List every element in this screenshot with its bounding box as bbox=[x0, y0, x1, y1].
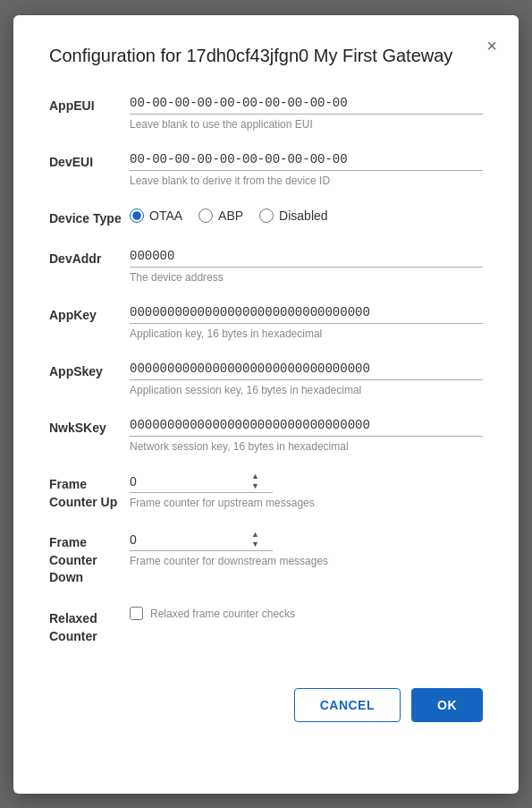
framecounter-down-increment[interactable]: ▲ bbox=[249, 530, 261, 540]
relaxed-counter-field: Relaxed frame counter checks bbox=[130, 605, 483, 620]
framecounter-up-input[interactable] bbox=[130, 471, 246, 492]
devicetype-label: Device Type bbox=[49, 205, 130, 228]
devaddr-row: DevAddr The device address bbox=[49, 245, 483, 284]
framecounter-down-wrap: ▲ ▼ bbox=[130, 529, 273, 551]
radio-disabled-input[interactable] bbox=[259, 208, 274, 223]
deveui-hint: Leave blank to derive it from the device… bbox=[130, 174, 483, 187]
radio-abp-input[interactable] bbox=[198, 208, 213, 223]
radio-abp-label: ABP bbox=[218, 208, 243, 223]
radio-disabled-label: Disabled bbox=[279, 208, 327, 223]
configuration-dialog: × Configuration for 17dh0cf43jfgn0 My Fi… bbox=[13, 15, 519, 794]
devaddr-input[interactable] bbox=[130, 245, 483, 268]
devaddr-field: The device address bbox=[130, 245, 483, 284]
radio-otaa-input[interactable] bbox=[130, 208, 144, 223]
dialog-title: Configuration for 17dh0cf43jfgn0 My Firs… bbox=[49, 44, 483, 67]
deveui-input[interactable] bbox=[130, 149, 483, 171]
nwkskey-field: Network session key, 16 bytes in hexadec… bbox=[130, 414, 483, 453]
devicetype-field: OTAA ABP Disabled bbox=[130, 205, 483, 223]
relaxed-counter-checkbox[interactable] bbox=[130, 607, 143, 620]
framecounter-up-row: Frame Counter Up ▲ ▼ Frame counter for u… bbox=[49, 471, 483, 511]
devaddr-hint: The device address bbox=[130, 271, 483, 284]
nwkskey-input[interactable] bbox=[130, 414, 483, 437]
appskey-input[interactable] bbox=[130, 358, 483, 380]
framecounter-down-decrement[interactable]: ▼ bbox=[249, 540, 261, 549]
appeui-label: AppEUI bbox=[49, 92, 130, 115]
close-button[interactable]: × bbox=[483, 33, 501, 58]
cancel-button[interactable]: CANCEL bbox=[294, 688, 401, 722]
appskey-field: Application session key, 16 bytes in hex… bbox=[130, 358, 483, 396]
relaxed-counter-row: Relaxed Counter Relaxed frame counter ch… bbox=[49, 605, 483, 645]
appkey-hint: Application key, 16 bytes in hexadecimal bbox=[130, 327, 483, 340]
framecounter-up-label: Frame Counter Up bbox=[49, 471, 130, 511]
nwkskey-row: NwkSKey Network session key, 16 bytes in… bbox=[49, 414, 483, 453]
framecounter-down-label: Frame Counter Down bbox=[49, 529, 130, 587]
nwkskey-label: NwkSKey bbox=[49, 414, 130, 438]
devicetype-radio-group: OTAA ABP Disabled bbox=[130, 205, 483, 223]
appskey-row: AppSkey Application session key, 16 byte… bbox=[49, 358, 483, 396]
radio-otaa-label: OTAA bbox=[149, 208, 182, 223]
relaxed-counter-checkbox-row: Relaxed frame counter checks bbox=[130, 605, 483, 620]
appskey-label: AppSkey bbox=[49, 358, 130, 381]
deveui-label: DevEUI bbox=[49, 149, 130, 172]
appeui-input[interactable] bbox=[130, 92, 483, 115]
framecounter-down-arrows: ▲ ▼ bbox=[249, 530, 261, 549]
deveui-row: DevEUI Leave blank to derive it from the… bbox=[49, 149, 483, 187]
devicetype-row: Device Type OTAA ABP Disabled bbox=[49, 205, 483, 228]
devaddr-label: DevAddr bbox=[49, 245, 130, 268]
framecounter-up-increment[interactable]: ▲ bbox=[249, 472, 261, 481]
deveui-field: Leave blank to derive it from the device… bbox=[130, 149, 483, 187]
appkey-label: AppKey bbox=[49, 302, 130, 325]
ok-button[interactable]: OK bbox=[411, 688, 483, 722]
radio-otaa[interactable]: OTAA bbox=[130, 208, 182, 223]
nwkskey-hint: Network session key, 16 bytes in hexadec… bbox=[130, 440, 483, 453]
appeui-row: AppEUI Leave blank to use the applicatio… bbox=[49, 92, 483, 131]
radio-disabled[interactable]: Disabled bbox=[259, 208, 327, 223]
appkey-row: AppKey Application key, 16 bytes in hexa… bbox=[49, 302, 483, 340]
dialog-footer: CANCEL OK bbox=[49, 674, 483, 722]
framecounter-up-arrows: ▲ ▼ bbox=[249, 472, 261, 491]
appkey-field: Application key, 16 bytes in hexadecimal bbox=[130, 302, 483, 340]
framecounter-up-hint: Frame counter for upstream messages bbox=[130, 497, 483, 509]
framecounter-down-row: Frame Counter Down ▲ ▼ Frame counter for… bbox=[49, 529, 483, 587]
appkey-input[interactable] bbox=[130, 302, 483, 324]
framecounter-down-field: ▲ ▼ Frame counter for downstream message… bbox=[130, 529, 483, 567]
radio-abp[interactable]: ABP bbox=[198, 208, 243, 223]
framecounter-up-wrap: ▲ ▼ bbox=[130, 471, 273, 493]
appskey-hint: Application session key, 16 bytes in hex… bbox=[130, 384, 483, 396]
relaxed-counter-hint: Relaxed frame counter checks bbox=[150, 608, 295, 620]
framecounter-up-field: ▲ ▼ Frame counter for upstream messages bbox=[130, 471, 483, 509]
framecounter-up-decrement[interactable]: ▼ bbox=[249, 481, 261, 491]
relaxed-counter-label: Relaxed Counter bbox=[49, 605, 130, 645]
framecounter-down-hint: Frame counter for downstream messages bbox=[130, 555, 483, 567]
appeui-hint: Leave blank to use the application EUI bbox=[130, 118, 483, 131]
framecounter-down-input[interactable] bbox=[130, 529, 246, 550]
appeui-field: Leave blank to use the application EUI bbox=[130, 92, 483, 131]
